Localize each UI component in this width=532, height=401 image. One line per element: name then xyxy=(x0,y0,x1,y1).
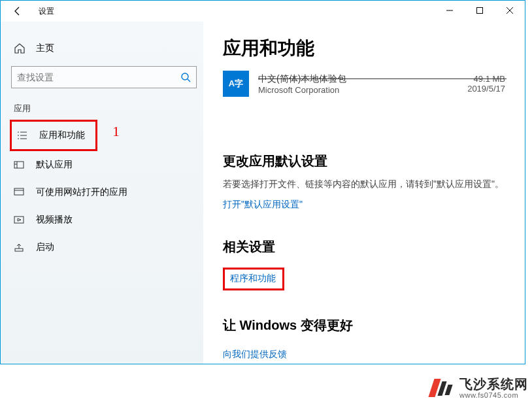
minimize-icon xyxy=(446,7,453,14)
sidebar-item-label: 默认应用 xyxy=(36,159,73,171)
watermark: 飞沙系统网 www.fs0745.com xyxy=(431,376,528,400)
sidebar-group: 应用和功能 1 默认应用 可使用网站打开的应用 视频播放 xyxy=(8,120,203,261)
sidebar-item-default-apps[interactable]: 默认应用 xyxy=(8,151,203,179)
home-icon xyxy=(14,43,25,54)
app-vendor: Microsoft Corporation xyxy=(258,85,467,95)
open-default-apps-link[interactable]: 打开"默认应用设置" xyxy=(223,199,303,211)
sidebar-item-label: 视频播放 xyxy=(36,214,73,226)
sidebar-item-label: 可使用网站打开的应用 xyxy=(36,186,127,198)
sidebar-section-label: 应用 xyxy=(14,103,203,114)
sidebar-item-apps-features[interactable]: 应用和功能 xyxy=(12,122,95,149)
sidebar-home-label: 主页 xyxy=(36,43,54,54)
minimize-button[interactable] xyxy=(435,1,465,20)
maximize-icon xyxy=(476,7,483,14)
sidebar-item-startup[interactable]: 启动 xyxy=(8,234,203,261)
sidebar-home[interactable]: 主页 xyxy=(8,36,203,61)
back-button[interactable] xyxy=(8,2,27,20)
feedback-link[interactable]: 向我们提供反馈 xyxy=(223,349,287,360)
app-icon: A字 xyxy=(223,71,249,97)
app-list-item[interactable]: A字 中文(简体)本地体验包 Microsoft Corporation 49.… xyxy=(223,66,505,101)
svg-point-4 xyxy=(182,73,188,80)
watermark-url: www.fs0745.com xyxy=(459,391,528,399)
annotation-box-2: 程序和功能 xyxy=(223,268,284,290)
watermark-logo-icon xyxy=(431,376,454,400)
svg-line-5 xyxy=(188,79,190,82)
close-icon xyxy=(507,7,513,14)
sidebar-item-label: 应用和功能 xyxy=(39,130,85,141)
search-icon xyxy=(180,72,191,82)
website-icon xyxy=(14,187,24,198)
main-content: 应用和功能 A字 中文(简体)本地体验包 Microsoft Corporati… xyxy=(203,22,525,364)
section-description: 若要选择打开文件、链接等内容的默认应用，请转到"默认应用设置"。 xyxy=(223,177,505,191)
window-title: 设置 xyxy=(39,6,54,17)
sidebar-item-label: 启动 xyxy=(36,241,54,253)
page-title: 应用和功能 xyxy=(223,36,505,61)
list-icon xyxy=(17,130,27,141)
sidebar-item-website-apps[interactable]: 可使用网站打开的应用 xyxy=(8,179,203,206)
svg-rect-1 xyxy=(477,8,483,14)
video-icon xyxy=(14,215,24,225)
annotation-1: 1 xyxy=(112,123,120,140)
programs-features-link[interactable]: 程序和功能 xyxy=(230,273,276,285)
app-date: 2019/5/17 xyxy=(467,84,505,94)
arrow-left-icon xyxy=(12,6,23,16)
close-button[interactable] xyxy=(495,1,525,20)
annotation-box-1: 应用和功能 1 xyxy=(10,120,97,151)
svg-rect-17 xyxy=(14,217,24,223)
section-heading: 更改应用默认设置 xyxy=(223,152,505,170)
svg-rect-15 xyxy=(14,188,24,195)
sidebar-item-video-playback[interactable]: 视频播放 xyxy=(8,206,203,234)
defaults-icon xyxy=(14,160,24,170)
app-name: 中文(简体)本地体验包 xyxy=(258,73,467,85)
search-input[interactable] xyxy=(17,72,180,82)
section-change-defaults: 更改应用默认设置 若要选择打开文件、链接等内容的默认应用，请转到"默认应用设置"… xyxy=(223,152,505,211)
titlebar: 设置 xyxy=(1,1,525,22)
section-related: 相关设置 2 程序和功能 xyxy=(223,238,505,290)
watermark-title: 飞沙系统网 xyxy=(459,377,528,391)
sidebar: 主页 应用 应用和功能 1 默认应用 xyxy=(1,22,203,364)
search-box[interactable] xyxy=(11,66,197,88)
section-feedback: 让 Windows 变得更好 向我们提供反馈 xyxy=(223,317,505,360)
svg-rect-18 xyxy=(15,249,23,251)
section-heading: 让 Windows 变得更好 xyxy=(223,317,505,334)
maximize-button[interactable] xyxy=(465,1,495,20)
section-heading: 相关设置 xyxy=(223,238,505,256)
app-size: 49.1 MB xyxy=(467,74,505,84)
svg-rect-12 xyxy=(14,162,24,168)
startup-icon xyxy=(14,242,24,253)
